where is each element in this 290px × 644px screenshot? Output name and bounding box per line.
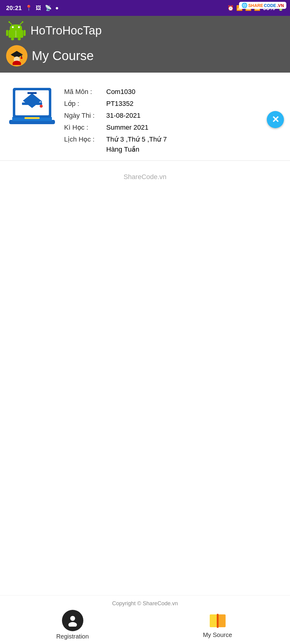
svg-point-15 bbox=[21, 57, 23, 59]
course-image bbox=[6, 85, 58, 128]
alarm-icon: ⏰ bbox=[227, 5, 234, 11]
watermark-center: ShareCode.vn bbox=[0, 161, 290, 193]
svg-rect-9 bbox=[11, 38, 14, 40]
detail-row-lop: Lớp : PT13352 bbox=[64, 99, 284, 109]
svg-point-3 bbox=[22, 21, 24, 23]
svg-point-4 bbox=[12, 26, 14, 28]
svg-rect-26 bbox=[27, 92, 37, 94]
svg-point-17 bbox=[13, 61, 21, 65]
avatar bbox=[6, 45, 27, 67]
status-left: 20:21 📍 🖼 📡 ● bbox=[6, 5, 59, 12]
section-title: My Course bbox=[32, 49, 94, 63]
svg-rect-31 bbox=[218, 614, 226, 627]
app-title-row: HoTroHocTap bbox=[6, 21, 284, 40]
globe-icon: 🌐 bbox=[241, 2, 248, 8]
nav-items: Registration My Source bbox=[0, 610, 290, 644]
ma-mon-label: Mã Môn : bbox=[64, 87, 104, 97]
app-title: HoTroHocTap bbox=[31, 24, 102, 37]
section-title-row: My Course bbox=[6, 45, 284, 70]
copyright-bar: Copyright © ShareCode.vn bbox=[0, 595, 290, 610]
lich-hoc-label: Lịch Học : bbox=[64, 134, 104, 144]
lop-value: PT13352 bbox=[106, 99, 133, 109]
course-details: Mã Môn : Com1030 Lớp : PT13352 Ngày Thi … bbox=[64, 85, 284, 154]
svg-rect-8 bbox=[24, 30, 26, 36]
bottom-nav: Copyright © ShareCode.vn Registration bbox=[0, 595, 290, 644]
ki-hoc-label: Kì Học : bbox=[64, 122, 104, 132]
detail-row-ngay-thi: Ngày Thi : 31-08-2021 bbox=[64, 110, 284, 121]
close-button[interactable]: ✕ bbox=[267, 111, 284, 128]
course-card: Mã Môn : Com1030 Lớp : PT13352 Ngày Thi … bbox=[0, 79, 290, 161]
location-icon: 📍 bbox=[25, 5, 32, 11]
status-time: 20:21 bbox=[6, 5, 22, 12]
ngay-thi-value: 31-08-2021 bbox=[106, 110, 141, 121]
nav-item-my-source[interactable]: My Source bbox=[196, 611, 239, 639]
vn-text: .VN bbox=[277, 3, 284, 8]
image-icon: 🖼 bbox=[36, 5, 41, 11]
main-content: Mã Môn : Com1030 Lớp : PT13352 Ngày Thi … bbox=[0, 73, 290, 199]
code-text: CODE bbox=[264, 3, 276, 8]
share-text: SHARE bbox=[248, 3, 263, 8]
svg-rect-30 bbox=[210, 614, 217, 627]
my-source-icon bbox=[208, 611, 227, 630]
ki-hoc-value: Summer 2021 bbox=[106, 122, 148, 132]
svg-point-28 bbox=[70, 616, 75, 621]
svg-point-5 bbox=[18, 26, 20, 28]
app-header: HoTroHocTap My Course bbox=[0, 16, 290, 73]
android-icon bbox=[6, 21, 26, 40]
svg-point-25 bbox=[40, 105, 43, 108]
detail-row-ma-mon: Mã Môn : Com1030 bbox=[64, 87, 284, 97]
cast-icon: 📡 bbox=[45, 5, 52, 11]
lop-label: Lớp : bbox=[64, 99, 104, 109]
my-source-label: My Source bbox=[203, 631, 232, 639]
svg-rect-7 bbox=[6, 30, 8, 36]
nav-item-registration[interactable]: Registration bbox=[51, 610, 94, 640]
lich-hoc-value: Thứ 3 ,Thứ 5 ,Thứ 7 Hàng Tuần bbox=[106, 134, 167, 154]
svg-point-1 bbox=[9, 21, 10, 23]
registration-icon bbox=[62, 610, 83, 631]
svg-rect-32 bbox=[217, 614, 219, 628]
ma-mon-value: Com1030 bbox=[106, 87, 135, 97]
close-icon: ✕ bbox=[272, 115, 279, 124]
detail-row-lich-hoc: Lịch Học : Thứ 3 ,Thứ 5 ,Thứ 7 Hàng Tuần bbox=[64, 134, 284, 154]
ngay-thi-label: Ngày Thi : bbox=[64, 110, 104, 121]
svg-rect-10 bbox=[18, 38, 21, 40]
registration-label: Registration bbox=[56, 633, 89, 640]
svg-point-29 bbox=[68, 622, 77, 627]
watermark-top-badge: 🌐 SHARECODE.VN bbox=[239, 2, 286, 9]
detail-row-ki-hoc: Kì Học : Summer 2021 bbox=[64, 122, 284, 132]
dot-icon: ● bbox=[55, 5, 59, 11]
svg-rect-27 bbox=[24, 117, 40, 119]
